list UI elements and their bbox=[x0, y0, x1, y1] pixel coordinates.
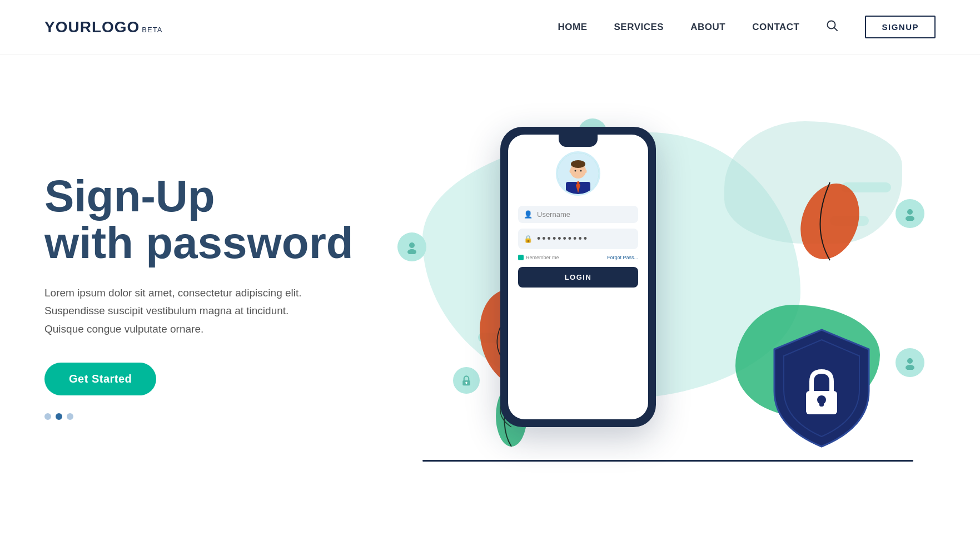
shield-icon bbox=[766, 324, 877, 452]
login-button[interactable]: LOGIN bbox=[518, 267, 638, 288]
svg-point-6 bbox=[407, 249, 416, 254]
svg-point-8 bbox=[906, 216, 914, 221]
left-panel: Sign-Up with password Lorem ipsum dolor … bbox=[44, 173, 367, 420]
checkbox bbox=[518, 255, 524, 260]
dot-2[interactable] bbox=[56, 413, 62, 420]
phone-mockup: 👤 Username 🔒 •••••••••• Remember me bbox=[500, 127, 656, 433]
illustration-panel: 👤 Username 🔒 •••••••••• Remember me bbox=[367, 88, 936, 505]
forgot-password-link[interactable]: Forgot Pass... bbox=[607, 255, 638, 260]
get-started-button[interactable]: Get Started bbox=[44, 363, 156, 395]
bottom-line bbox=[422, 460, 913, 462]
nav-services[interactable]: SERVICES bbox=[614, 22, 664, 33]
password-icon: 🔒 bbox=[524, 235, 533, 243]
carousel-dots bbox=[44, 413, 367, 420]
svg-point-26 bbox=[584, 170, 587, 174]
nav-contact[interactable]: CONTACT bbox=[752, 22, 799, 33]
svg-point-12 bbox=[907, 358, 913, 364]
svg-point-13 bbox=[906, 365, 914, 370]
hero-description: Lorem ipsum dolor sit amet, consectetur … bbox=[44, 284, 367, 338]
svg-point-7 bbox=[907, 209, 913, 215]
logo: YOURLOGO BETA bbox=[44, 18, 162, 36]
svg-rect-11 bbox=[466, 383, 467, 384]
username-label: Username bbox=[537, 210, 570, 219]
phone-screen: 👤 Username 🔒 •••••••••• Remember me bbox=[508, 135, 648, 419]
signup-button[interactable]: SIGNUP bbox=[865, 16, 936, 38]
svg-point-23 bbox=[575, 170, 576, 172]
dot-1[interactable] bbox=[44, 413, 51, 420]
svg-point-25 bbox=[570, 170, 573, 174]
nav-about[interactable]: ABOUT bbox=[690, 22, 725, 33]
remember-me-label: Remember me bbox=[526, 255, 559, 260]
svg-point-22 bbox=[571, 160, 585, 168]
phone-notch bbox=[559, 135, 598, 147]
float-user-right-icon bbox=[896, 199, 924, 228]
svg-point-15 bbox=[797, 177, 863, 266]
svg-line-1 bbox=[834, 28, 838, 31]
navigation: HOME SERVICES ABOUT CONTACT SIGNUP bbox=[558, 16, 936, 38]
password-dots: •••••••••• bbox=[537, 233, 589, 245]
phone-remember-row: Remember me Forgot Pass... bbox=[518, 255, 638, 260]
float-user-bottom-right-icon bbox=[896, 348, 924, 377]
svg-point-5 bbox=[409, 242, 415, 248]
header: YOURLOGO BETA HOME SERVICES ABOUT CONTAC… bbox=[0, 0, 980, 54]
phone-login-form: 👤 Username 🔒 •••••••••• Remember me bbox=[518, 206, 638, 288]
hero-title: Sign-Up with password bbox=[44, 173, 367, 266]
svg-rect-29 bbox=[819, 400, 824, 407]
remember-me-check: Remember me bbox=[518, 255, 559, 260]
leaf-orange-right bbox=[797, 177, 863, 266]
svg-point-24 bbox=[580, 170, 582, 172]
phone-avatar bbox=[556, 151, 600, 196]
nav-home[interactable]: HOME bbox=[558, 22, 588, 33]
logo-badge: BETA bbox=[142, 26, 162, 34]
search-icon[interactable] bbox=[826, 19, 838, 34]
main-content: Sign-Up with password Lorem ipsum dolor … bbox=[0, 54, 980, 527]
logo-text: YOURLOGO bbox=[44, 18, 140, 36]
username-icon: 👤 bbox=[524, 210, 533, 219]
dot-3[interactable] bbox=[67, 413, 73, 420]
float-user-left-icon bbox=[397, 232, 426, 261]
phone-password-field: 🔒 •••••••••• bbox=[518, 229, 638, 249]
phone-username-field: 👤 Username bbox=[518, 206, 638, 223]
